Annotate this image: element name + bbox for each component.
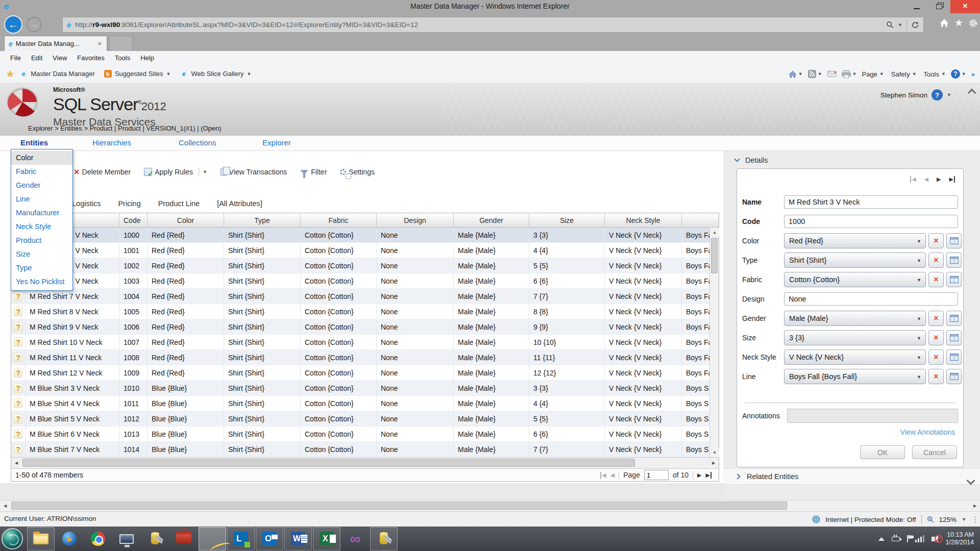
related-entities-header[interactable]: Related Entities	[723, 468, 980, 485]
search-dropdown-icon[interactable]: ▼	[898, 22, 902, 28]
vscroll-thumb[interactable]	[711, 238, 718, 273]
more-commands-icon[interactable]: »	[971, 70, 975, 78]
menu-view[interactable]: View	[47, 54, 72, 62]
expand-icon[interactable]	[734, 473, 740, 479]
select-caret-icon[interactable]: ▼	[917, 239, 921, 244]
taskbar-explorer[interactable]	[27, 527, 55, 550]
tab-product-line[interactable]: Product Line	[158, 199, 200, 208]
select-caret-icon[interactable]: ▼	[917, 336, 921, 341]
rss-icon[interactable]: ▼	[808, 70, 822, 78]
first-page-icon[interactable]: ◀	[600, 472, 606, 479]
table-row[interactable]: ?M Blue Shirt 5 V Neck1012Blue {Blue}Shi…	[11, 411, 719, 427]
menu-edit[interactable]: Edit	[26, 54, 47, 62]
entity-lookup-button[interactable]	[946, 369, 962, 384]
clear-value-button[interactable]: ×	[928, 253, 944, 268]
favorites-icon[interactable]: ★	[954, 17, 963, 29]
taskbar-media-player[interactable]	[56, 527, 83, 550]
entity-lookup-button[interactable]	[946, 233, 962, 248]
tray-expand-icon[interactable]	[878, 537, 885, 541]
field-select-neck-style[interactable]: V Neck {V Neck}▼	[784, 349, 926, 365]
select-caret-icon[interactable]: ▼	[917, 316, 921, 321]
favorite-web-slice-gallery[interactable]: eWeb Slice Gallery▼	[180, 70, 251, 78]
page-scroll-left-icon[interactable]: ◀	[0, 500, 10, 511]
table-row[interactable]: ?M Red Shirt 11 V Neck1008Red {Red}Shirt…	[11, 350, 719, 365]
grid-vertical-scrollbar[interactable]: ▲ ▼	[709, 228, 719, 457]
print-icon[interactable]: ▼	[842, 70, 857, 78]
app-help-icon[interactable]: ?	[932, 89, 943, 101]
column-header-neck-style[interactable]: Neck Style	[605, 213, 682, 227]
table-row[interactable]: ?M Blue Shirt 4 V Neck1011Blue {Blue}Shi…	[11, 396, 719, 411]
entity-lookup-button[interactable]	[946, 311, 962, 326]
last-record-icon[interactable]: ▶	[949, 176, 955, 183]
clear-value-button[interactable]: ×	[928, 349, 944, 365]
column-header-fabric[interactable]: Fabric	[301, 213, 377, 227]
page-hscroll-thumb[interactable]	[11, 502, 787, 510]
toolbar-view-transactions[interactable]: View Transactions	[220, 168, 287, 176]
first-record-icon[interactable]: ◀	[910, 176, 916, 183]
entity-lookup-button[interactable]	[946, 253, 962, 268]
tab-pricing[interactable]: Pricing	[118, 199, 140, 208]
menu-item-size[interactable]: Size	[11, 247, 72, 261]
close-button[interactable]	[950, 0, 980, 13]
scroll-down-icon[interactable]: ▼	[710, 448, 719, 457]
help-dropdown-icon[interactable]: ▼	[947, 92, 951, 97]
taskbar-toolbox[interactable]	[170, 527, 198, 550]
clear-value-button[interactable]: ×	[928, 311, 944, 326]
browser-tab[interactable]: e Master Data Manag... ×	[4, 36, 107, 51]
page-horizontal-scrollbar[interactable]: ◀ ▶	[0, 500, 980, 511]
power-icon[interactable]	[892, 537, 900, 541]
menu-favorites[interactable]: Favorites	[72, 54, 109, 62]
scroll-right-icon[interactable]: ▶	[708, 458, 719, 468]
menu-item-gender[interactable]: Gender	[11, 179, 72, 192]
collapse-icon[interactable]	[734, 156, 740, 162]
ok-button[interactable]: OK	[860, 445, 905, 459]
table-row[interactable]: ?M Red Shirt 8 V Neck1005Red {Red}Shirt …	[11, 304, 719, 319]
toolbar-delete-member[interactable]: ×Delete Member	[74, 168, 131, 176]
details-header[interactable]: Details	[735, 156, 768, 164]
scroll-up-icon[interactable]: ▲	[710, 228, 719, 237]
menu-item-fabric[interactable]: Fabric	[11, 165, 72, 179]
taskbar-sql-config[interactable]	[141, 527, 169, 550]
column-header-gender[interactable]: Gender	[454, 213, 529, 227]
menu-help[interactable]: Help	[135, 54, 159, 62]
field-input-name[interactable]: M Red Shirt 3 V Neck	[784, 195, 958, 209]
url-field[interactable]: e http://r9-wxl90:8081/Explorer/Attribut…	[62, 17, 924, 33]
select-caret-icon[interactable]: ▼	[917, 278, 921, 283]
field-select-type[interactable]: Shirt {Shirt}▼	[784, 253, 926, 268]
table-row[interactable]: ?M Blue Shirt 7 V Neck1014Blue {Blue}Shi…	[11, 442, 719, 457]
entity-lookup-button[interactable]	[946, 349, 962, 365]
zoom-dropdown-icon[interactable]: ▼	[962, 517, 966, 522]
taskbar-data-tools[interactable]	[370, 527, 398, 550]
clear-value-button[interactable]: ×	[928, 272, 944, 287]
network-signal-icon[interactable]	[915, 535, 924, 542]
volume-muted-icon[interactable]	[932, 537, 935, 541]
last-page-icon[interactable]: ▶	[706, 472, 712, 479]
column-header-size[interactable]: Size	[529, 213, 605, 227]
favorite-master-data-manager[interactable]: eMaster Data Manager	[19, 70, 95, 78]
next-page-icon[interactable]: ▶	[697, 472, 701, 479]
favorite-suggested-sites[interactable]: bSuggested Sites▼	[104, 70, 171, 78]
scroll-left-icon[interactable]: ◀	[11, 458, 21, 468]
clear-value-button[interactable]: ×	[928, 233, 944, 248]
menu-item-color[interactable]: Color	[11, 151, 72, 165]
taskbar-internet-explorer[interactable]	[199, 527, 226, 550]
field-select-line[interactable]: Boys Fall {Boys Fall}▼	[784, 369, 926, 384]
table-row[interactable]: ?M Red Shirt 3 V Neck1000Red {Red}Shirt …	[11, 228, 719, 243]
table-row[interactable]: ?M Red Shirt 7 V Neck1004Red {Red}Shirt …	[11, 289, 719, 304]
table-row[interactable]: ?M Red Shirt 4 V Neck1001Red {Red}Shirt …	[11, 243, 719, 258]
page-scroll-right-icon[interactable]: ▶	[970, 500, 980, 511]
menu-item-line[interactable]: Line	[11, 192, 72, 206]
taskbar-lync[interactable]	[227, 527, 255, 550]
prev-page-icon[interactable]: ◀	[610, 472, 615, 479]
clock[interactable]: 10:13 AM 1/28/2014	[945, 531, 974, 546]
back-button[interactable]: ←	[4, 15, 22, 34]
zoom-icon[interactable]	[927, 516, 934, 523]
nav-entities[interactable]: Entities	[20, 138, 48, 147]
select-caret-icon[interactable]: ▼	[917, 258, 921, 263]
taskbar-word[interactable]	[284, 527, 312, 550]
clear-value-button[interactable]: ×	[928, 330, 944, 345]
field-select-gender[interactable]: Male {Male}▼	[784, 311, 926, 326]
start-button[interactable]	[2, 528, 23, 549]
tab-logistics[interactable]: Logistics	[72, 199, 101, 208]
read-mail-icon[interactable]	[827, 71, 837, 77]
